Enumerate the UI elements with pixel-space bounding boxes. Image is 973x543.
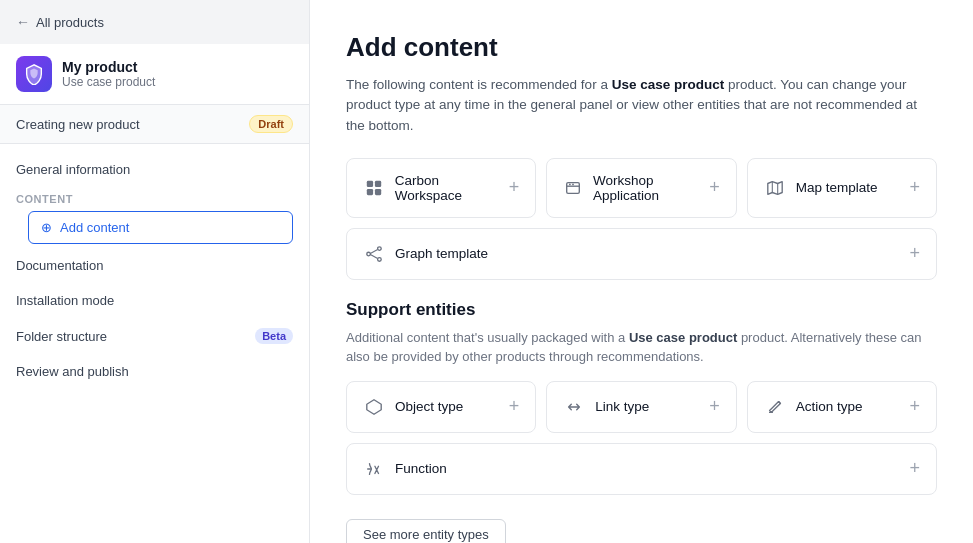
function-label: Function <box>395 461 447 476</box>
svg-rect-0 <box>367 181 373 187</box>
product-name: My product <box>62 59 155 75</box>
add-workshop-icon: + <box>709 177 720 198</box>
workshop-icon <box>563 177 583 199</box>
svg-rect-2 <box>367 189 373 195</box>
content-cards-grid: Carbon Workspace + Workshop Application … <box>346 158 937 280</box>
link-type-icon <box>563 396 585 418</box>
card-graph-template[interactable]: Graph template + <box>346 228 937 280</box>
product-type: Use case product <box>62 75 155 89</box>
function-icon <box>363 458 385 480</box>
svg-point-5 <box>569 183 571 185</box>
sidebar-item-folder[interactable]: Folder structure Beta <box>0 318 309 354</box>
svg-rect-1 <box>375 181 381 187</box>
card-action-type[interactable]: Action type + <box>747 381 937 433</box>
carbon-workspace-label: Carbon Workspace <box>395 173 509 203</box>
add-action-type-icon: + <box>909 396 920 417</box>
svg-rect-3 <box>375 189 381 195</box>
support-section-title: Support entities <box>346 300 937 320</box>
add-link-type-icon: + <box>709 396 720 417</box>
add-content-label: Add content <box>60 220 129 235</box>
page-title: Add content <box>346 32 937 63</box>
link-type-label: Link type <box>595 399 649 414</box>
card-function[interactable]: Function + <box>346 443 937 495</box>
map-icon <box>764 177 786 199</box>
svg-point-7 <box>367 252 371 256</box>
description: The following content is recommended for… <box>346 75 926 136</box>
draft-badge: Draft <box>249 115 293 133</box>
back-arrow-icon: ← <box>16 14 30 30</box>
add-object-type-icon: + <box>509 396 520 417</box>
main-content: Add content The following content is rec… <box>310 0 973 543</box>
sidebar-item-review[interactable]: Review and publish <box>0 354 309 389</box>
product-icon <box>16 56 52 92</box>
see-more-button[interactable]: See more entity types <box>346 519 506 543</box>
svg-point-9 <box>378 257 382 261</box>
map-template-label: Map template <box>796 180 878 195</box>
graph-icon <box>363 243 385 265</box>
action-type-label: Action type <box>796 399 863 414</box>
object-type-icon <box>363 396 385 418</box>
support-desc-before: Additional content that's usually packag… <box>346 330 629 345</box>
sidebar-item-general[interactable]: General information <box>0 152 309 187</box>
add-function-icon: + <box>909 458 920 479</box>
sidebar-item-documentation[interactable]: Documentation <box>0 248 309 283</box>
card-object-type[interactable]: Object type + <box>346 381 536 433</box>
add-map-icon: + <box>909 177 920 198</box>
card-workshop-application[interactable]: Workshop Application + <box>546 158 736 218</box>
graph-template-label: Graph template <box>395 246 488 261</box>
action-type-icon <box>764 396 786 418</box>
svg-point-8 <box>378 247 382 251</box>
card-map-template[interactable]: Map template + <box>747 158 937 218</box>
add-content-button[interactable]: ⊕ Add content <box>28 211 293 244</box>
back-button[interactable]: ← All products <box>0 0 309 44</box>
sidebar-section-content: Content <box>0 187 309 207</box>
support-cards-grid: Object type + Link type + <box>346 381 937 495</box>
product-info: My product Use case product <box>62 59 155 89</box>
sidebar-item-installation[interactable]: Installation mode <box>0 283 309 318</box>
support-desc-highlight: Use case product <box>629 330 737 345</box>
description-before: The following content is recommended for… <box>346 77 612 92</box>
creating-label: Creating new product <box>16 117 140 132</box>
workspace-icon <box>363 177 385 199</box>
card-link-type[interactable]: Link type + <box>546 381 736 433</box>
description-highlight: Use case product <box>612 77 725 92</box>
add-carbon-workspace-icon: + <box>509 177 520 198</box>
beta-badge: Beta <box>255 328 293 344</box>
sidebar-nav: General information Content ⊕ Add conten… <box>0 144 309 543</box>
card-carbon-workspace[interactable]: Carbon Workspace + <box>346 158 536 218</box>
product-header: My product Use case product <box>0 44 309 105</box>
support-section-desc: Additional content that's usually packag… <box>346 328 926 367</box>
add-graph-icon: + <box>909 243 920 264</box>
svg-point-6 <box>572 183 574 185</box>
back-label: All products <box>36 15 104 30</box>
object-type-label: Object type <box>395 399 463 414</box>
plus-circle-icon: ⊕ <box>41 220 52 235</box>
sidebar: ← All products My product Use case produ… <box>0 0 310 543</box>
creating-row: Creating new product Draft <box>0 105 309 144</box>
workshop-application-label: Workshop Application <box>593 173 709 203</box>
